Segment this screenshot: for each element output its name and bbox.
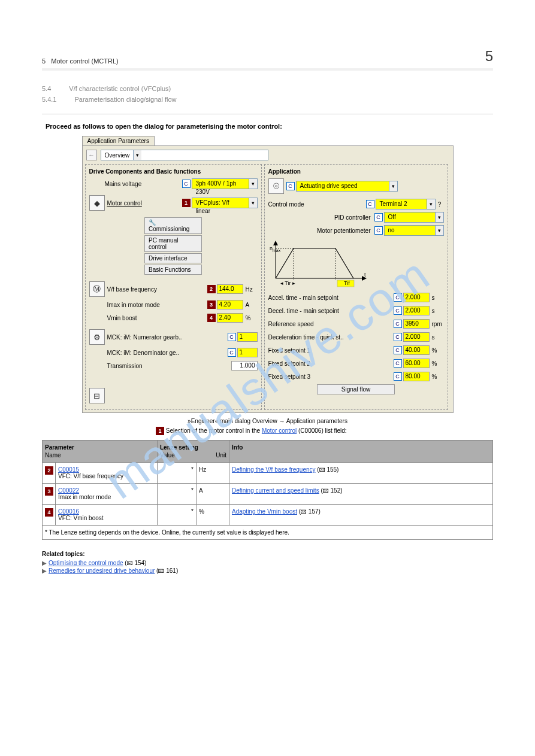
related-link[interactable]: Remedies for undesired drive behaviour	[49, 567, 155, 574]
mains-voltage-value: 3ph 400V / 1ph 230V	[192, 179, 249, 189]
c-button[interactable]: C	[394, 359, 402, 368]
info-link[interactable]: Adapting the Vmin boost	[232, 508, 297, 515]
imax-unit: A	[243, 302, 258, 308]
fsp3-value[interactable]: 80.00	[403, 372, 430, 381]
fsp3-label: Fixed setpoint 3	[268, 374, 394, 380]
decel-value[interactable]: 2.000	[403, 306, 430, 315]
pane-right-title: Application	[268, 168, 444, 175]
vmin-value[interactable]: 2.40	[217, 313, 243, 323]
mck-den-value[interactable]: 1	[237, 348, 258, 357]
app-icon: ⦾	[268, 178, 284, 194]
param-link[interactable]: C00022	[58, 487, 79, 494]
vf-base-value[interactable]: 144.0	[217, 284, 243, 294]
divider	[42, 114, 493, 114]
section-title: Motor control (MCTRL)	[51, 57, 118, 65]
c-button[interactable]: C	[394, 333, 402, 341]
param-link[interactable]: C00015	[58, 466, 79, 473]
imax-value[interactable]: 4.20	[217, 300, 243, 309]
motor-control-label[interactable]: Motor control	[107, 200, 182, 207]
badge-3: 3	[45, 487, 53, 496]
svg-text:t: t	[364, 272, 366, 278]
pid-label[interactable]: PID controller	[268, 214, 374, 221]
c-button[interactable]: C	[374, 226, 383, 235]
refspeed-value[interactable]: 3950	[403, 319, 430, 329]
fsp1-value[interactable]: 40.00	[403, 345, 430, 355]
mpot-value: no	[385, 226, 435, 235]
fsp1-label: Fixed setpoint 1	[268, 347, 394, 354]
table-row: 2 C00015VFC: V/f base frequency * Hz Def…	[43, 463, 493, 484]
badge-4: 4	[207, 314, 216, 322]
accel-value[interactable]: 2.000	[403, 293, 430, 302]
related-item: ▶Optimising the control mode (🖂 154)	[42, 560, 493, 566]
mpot-combo[interactable]: no ▾	[384, 225, 444, 236]
motor-control-link[interactable]: Motor control	[262, 427, 297, 434]
decel-label: Decel. time - main setpoint	[268, 308, 394, 314]
btn-drive-interface[interactable]: Drive interface	[144, 253, 202, 263]
btn-pc-manual[interactable]: PC manual control	[144, 235, 202, 252]
badge-2: 2	[207, 285, 216, 293]
c-button[interactable]: C	[366, 200, 374, 208]
mpot-label[interactable]: Motor potentiometer	[268, 227, 374, 234]
mck-num-value[interactable]: 1	[237, 332, 258, 342]
c-button[interactable]: C	[374, 213, 383, 221]
decel-unit: s	[430, 308, 444, 314]
pid-combo[interactable]: Off ▾	[384, 212, 444, 223]
dropdown-arrow-icon: ▾	[133, 150, 141, 160]
tab-app-parameters[interactable]: Application Parameters	[82, 136, 155, 145]
fsp2-value[interactable]: 60.00	[403, 359, 430, 368]
motor-control-combo[interactable]: VFCplus: V/f linear ▾	[192, 198, 258, 208]
info-link[interactable]: Defining the V/f base frequency	[232, 466, 316, 473]
c-button[interactable]: C	[394, 320, 402, 328]
dropdown-arrow-icon: ▾	[435, 212, 443, 222]
btn-basic-functions[interactable]: Basic Functions	[144, 265, 202, 275]
related-heading: Related topics:	[42, 551, 493, 557]
c-button[interactable]: C	[228, 333, 236, 341]
btn-commissioning[interactable]: 🔧 Commissioning	[144, 217, 202, 234]
svg-text:Tif: Tif	[344, 280, 350, 286]
dropdown-arrow-icon: ▾	[389, 181, 397, 191]
c-button[interactable]: C	[182, 180, 191, 188]
svg-text:◂ Tir ▸: ◂ Tir ▸	[280, 280, 295, 286]
section-number-large: 5	[485, 48, 493, 65]
dropdown-arrow-icon: ▾	[249, 179, 257, 189]
c-button[interactable]: C	[394, 346, 402, 354]
mains-voltage-combo[interactable]: 3ph 400V / 1ph 230V ▾	[192, 178, 258, 189]
param-link[interactable]: C00016	[58, 508, 79, 515]
vf-base-unit: Hz	[243, 286, 258, 293]
info-link[interactable]: Defining current and speed limits	[232, 487, 319, 494]
qstop-label: Deceleration time - quick st..	[268, 334, 394, 341]
qstop-value[interactable]: 2.000	[403, 332, 430, 342]
c-button[interactable]: C	[394, 293, 402, 302]
table-row: 4 C00016VFC: Vmin boost * % Adapting the…	[43, 505, 493, 526]
vf-base-label: V/f base frequency	[107, 286, 207, 293]
subsection-2-num: 5.4.1	[42, 96, 56, 103]
table-footnote-row: * The Lenze setting depends on the devic…	[43, 526, 493, 540]
c-button[interactable]: C	[286, 182, 295, 190]
c-button[interactable]: C	[228, 348, 236, 357]
c-button[interactable]: C	[394, 306, 402, 315]
c-button[interactable]: C	[394, 372, 402, 381]
qstop-unit: s	[430, 334, 444, 341]
related-link[interactable]: Optimising the control mode	[49, 560, 123, 566]
transmission-value[interactable]: 1.000	[231, 361, 258, 371]
section-header: 5 Motor control (MCTRL) 5	[42, 48, 493, 71]
app-combo[interactable]: Actuating drive speed ▾	[296, 181, 398, 192]
subsection-1-num: 5.4	[42, 85, 51, 92]
control-mode-combo[interactable]: Terminal 2 ▾	[376, 199, 436, 210]
motor-icon: Ⓜ	[89, 281, 105, 297]
dropdown-arrow-icon: ▾	[435, 226, 443, 235]
fsp1-unit: %	[430, 347, 444, 354]
pane-drive-components: Drive Components and Basic functions Mai…	[85, 164, 262, 410]
signal-flow-button[interactable]: Signal flow	[317, 384, 395, 394]
screenshot-panel: Application Parameters ← Overview ▾ Driv…	[82, 136, 454, 413]
back-button[interactable]: ←	[86, 150, 97, 160]
arrow-icon: ▶	[42, 567, 47, 574]
th-setting: Lenze setting ValueUnit	[158, 441, 229, 463]
pane-application: Application ⦾ C Actuating drive speed ▾ …	[264, 164, 448, 410]
fsp3-unit: %	[430, 374, 444, 380]
th-info: Info	[229, 441, 493, 463]
vmin-label: Vmin boost	[107, 315, 207, 321]
badge-2: 2	[45, 466, 53, 475]
help-icon[interactable]: ?	[436, 201, 444, 208]
overview-combo[interactable]: Overview ▾	[101, 150, 268, 160]
